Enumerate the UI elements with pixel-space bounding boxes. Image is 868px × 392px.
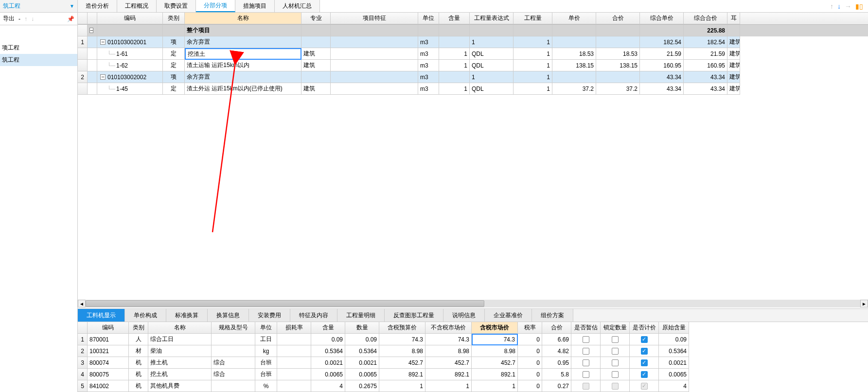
tax-cell[interactable]: 8.98	[472, 345, 518, 357]
table-row[interactable]: 2100321材柴油kg0.53640.53648.988.988.9804.8…	[78, 345, 868, 357]
bcol-rate[interactable]: 税率	[518, 322, 542, 334]
bottom-tab-5[interactable]: 特征及内容	[290, 309, 337, 322]
bottom-tab-1[interactable]: 单价构成	[125, 309, 166, 322]
tree-item[interactable]: 筑工程	[0, 54, 77, 66]
checkbox[interactable]	[612, 336, 619, 343]
checkbox[interactable]	[583, 336, 589, 343]
top-grid-title-row[interactable]: − 整个项目 225.88	[78, 25, 868, 36]
col-feat[interactable]: 项目特征	[331, 13, 418, 24]
dropdown-icon[interactable]: ▼	[70, 3, 74, 9]
tab-4[interactable]: 措施项目	[235, 0, 275, 12]
col-spec[interactable]: 专业	[301, 13, 331, 24]
checkbox[interactable]	[583, 371, 589, 378]
name-cell[interactable]: 渣土外运 运距15km以内(已停止使用)	[185, 83, 301, 95]
tax-cell[interactable]: 74.3	[472, 334, 518, 345]
collapse-icon[interactable]: −	[100, 74, 106, 80]
bcol-calc[interactable]: 是否计价	[630, 322, 659, 334]
checkbox[interactable]	[612, 348, 619, 355]
bottom-tabs: 工料机显示单价构成标准换算换算信息安装费用特征及内容工程量明细反查图形工程量说明…	[78, 308, 868, 322]
table-row[interactable]: 3800074机推土机综合台班0.00210.0021452.7452.7452…	[78, 357, 868, 369]
bcol-code[interactable]: 编码	[88, 322, 129, 334]
bcol-content[interactable]: 含量	[311, 322, 345, 334]
bottom-tab-10[interactable]: 组价方案	[532, 309, 573, 322]
export-label[interactable]: 导出	[3, 15, 15, 23]
col-qty[interactable]: 工程量	[514, 13, 552, 24]
bottom-tab-4[interactable]: 安装费用	[249, 309, 290, 322]
nav-right-icon[interactable]: →	[845, 2, 851, 10]
bcol-tmp[interactable]: 是否暂估	[571, 322, 601, 334]
pin-icon[interactable]: 📌	[67, 16, 74, 22]
left-up-icon[interactable]: ↑	[24, 16, 27, 22]
table-row[interactable]: └─1-62定渣土运输 运距15km以内建筑m31QDL1138.15138.1…	[78, 60, 868, 71]
table-row[interactable]: 2−010103002002项余方弃置m31143.3443.34建筑	[78, 71, 868, 83]
bcol-orig[interactable]: 原始含量	[659, 322, 689, 334]
scroll-thumb[interactable]	[86, 300, 484, 307]
table-row[interactable]: 5841002机其他机具费%40.267511100.274	[78, 380, 868, 392]
collapse-icon[interactable]: −	[89, 28, 93, 33]
scroll-right-icon[interactable]: ►	[860, 300, 868, 307]
tab-3[interactable]: 分部分项	[196, 0, 235, 12]
bottom-tab-0[interactable]: 工料机显示	[78, 309, 125, 322]
bcol-name[interactable]: 名称	[148, 322, 212, 334]
table-row[interactable]: 1−010103002001项余方弃置m311182.54182.54建筑	[78, 36, 868, 48]
collapse-icon[interactable]: −	[100, 39, 106, 45]
bcol-unit[interactable]: 单位	[255, 322, 277, 334]
tax-cell[interactable]: 452.7	[472, 357, 518, 369]
col-price[interactable]: 单价	[552, 13, 596, 24]
bottom-tab-7[interactable]: 反查图形工程量	[385, 309, 443, 322]
name-cell[interactable]: 渣土运输 运距15km以内	[185, 60, 301, 71]
tax-cell[interactable]: 1	[472, 380, 518, 392]
bottom-tab-3[interactable]: 换算信息	[208, 309, 249, 322]
bcol-budget[interactable]: 含税预算价	[379, 322, 425, 334]
name-cell[interactable]: 余方弃置	[185, 71, 301, 83]
bcol-cat[interactable]: 类别	[129, 322, 148, 334]
table-row[interactable]: 4800075机挖土机综合台班0.00650.0065892.1892.1892…	[78, 369, 868, 380]
bottom-tab-9[interactable]: 企业基准价	[485, 309, 532, 322]
table-row[interactable]: └─1-61定挖渣土建筑m31QDL118.5318.5321.5921.59建…	[78, 48, 868, 60]
col-total[interactable]: 合价	[596, 13, 640, 24]
bcol-total[interactable]: 合价	[542, 322, 571, 334]
checkbox[interactable]	[641, 371, 648, 378]
name-cell[interactable]: 挖渣土	[185, 48, 301, 60]
bcol-tax[interactable]: 含税市场价	[472, 322, 518, 334]
tab-1[interactable]: 工程概况	[117, 0, 157, 12]
nav-down-icon[interactable]: ↓	[837, 2, 841, 10]
checkbox[interactable]	[641, 359, 648, 366]
scroll-left-icon[interactable]: ◄	[78, 300, 86, 307]
bottom-tab-8[interactable]: 说明信息	[443, 309, 485, 322]
bcol-lock[interactable]: 锁定数量	[601, 322, 630, 334]
bcol-qty[interactable]: 数量	[345, 322, 379, 334]
tab-0[interactable]: 造价分析	[78, 0, 117, 12]
table-row[interactable]: 1870001人综合工日工日0.090.0974.374.374.306.690…	[78, 334, 868, 345]
bcol-loss[interactable]: 损耗率	[277, 322, 311, 334]
col-cprice[interactable]: 综合单价	[640, 13, 684, 24]
tax-cell[interactable]: 892.1	[472, 369, 518, 380]
checkbox[interactable]	[612, 359, 619, 366]
bcol-model[interactable]: 规格及型号	[212, 322, 255, 334]
col-cat[interactable]: 类别	[163, 13, 185, 24]
bcol-notax[interactable]: 不含税市场价	[425, 322, 472, 334]
col-last[interactable]: 耳	[727, 13, 740, 24]
col-code[interactable]: 编码	[97, 13, 163, 24]
col-expr[interactable]: 工程量表达式	[470, 13, 514, 24]
name-cell[interactable]: 余方弃置	[185, 36, 301, 48]
bottom-tab-2[interactable]: 标准换算	[166, 309, 208, 322]
col-ctotal[interactable]: 综合合价	[684, 13, 727, 24]
sidebar-toggle-icon[interactable]: ▮▯	[855, 2, 863, 10]
checkbox[interactable]	[641, 336, 648, 343]
table-row[interactable]: └─1-45定渣土外运 运距15km以内(已停止使用)建筑m31QDL137.2…	[78, 83, 868, 95]
checkbox[interactable]	[583, 348, 589, 355]
col-unit[interactable]: 单位	[418, 13, 439, 24]
nav-up-icon[interactable]: ↑	[830, 2, 833, 10]
tree-item[interactable]: 项工程	[0, 42, 77, 54]
left-down-icon[interactable]: ↓	[31, 16, 34, 22]
tab-2[interactable]: 取费设置	[157, 0, 196, 12]
bottom-tab-6[interactable]: 工程量明细	[337, 309, 385, 322]
checkbox[interactable]	[612, 371, 619, 378]
col-content[interactable]: 含量	[439, 13, 470, 24]
h-scrollbar[interactable]: ◄ ►	[78, 300, 868, 307]
col-name[interactable]: 名称	[185, 13, 301, 24]
tab-5[interactable]: 人材机汇总	[275, 0, 320, 12]
checkbox[interactable]	[583, 359, 589, 366]
checkbox[interactable]	[641, 348, 648, 355]
